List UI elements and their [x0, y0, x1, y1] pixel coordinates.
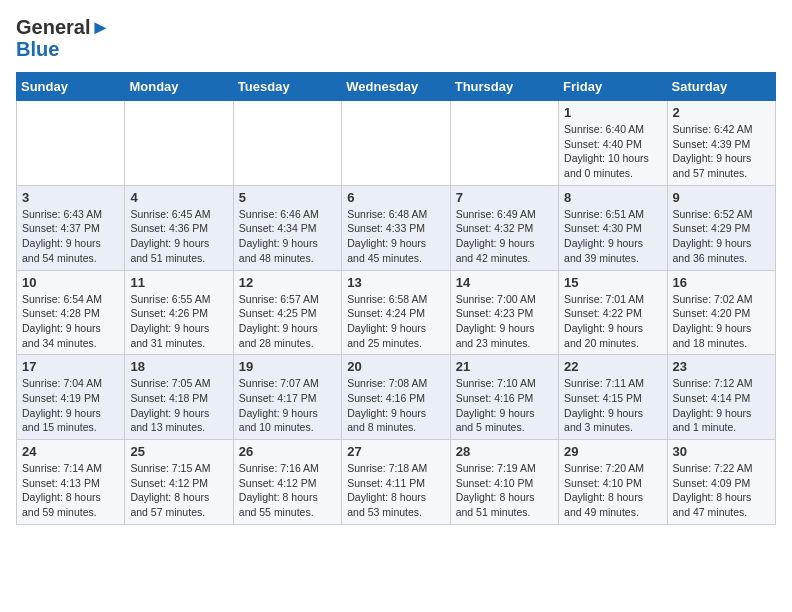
day-info: Sunrise: 6:43 AM Sunset: 4:37 PM Dayligh…	[22, 207, 119, 266]
day-number: 9	[673, 190, 770, 205]
calendar-cell: 7Sunrise: 6:49 AM Sunset: 4:32 PM Daylig…	[450, 185, 558, 270]
day-info: Sunrise: 7:19 AM Sunset: 4:10 PM Dayligh…	[456, 461, 553, 520]
day-number: 30	[673, 444, 770, 459]
day-info: Sunrise: 7:20 AM Sunset: 4:10 PM Dayligh…	[564, 461, 661, 520]
day-info: Sunrise: 7:16 AM Sunset: 4:12 PM Dayligh…	[239, 461, 336, 520]
day-number: 20	[347, 359, 444, 374]
calendar-cell: 18Sunrise: 7:05 AM Sunset: 4:18 PM Dayli…	[125, 355, 233, 440]
day-number: 19	[239, 359, 336, 374]
calendar-cell: 12Sunrise: 6:57 AM Sunset: 4:25 PM Dayli…	[233, 270, 341, 355]
calendar-cell	[233, 101, 341, 186]
day-info: Sunrise: 7:12 AM Sunset: 4:14 PM Dayligh…	[673, 376, 770, 435]
logo-blue: Blue	[16, 38, 110, 60]
calendar-week-2: 3Sunrise: 6:43 AM Sunset: 4:37 PM Daylig…	[17, 185, 776, 270]
day-info: Sunrise: 6:51 AM Sunset: 4:30 PM Dayligh…	[564, 207, 661, 266]
day-info: Sunrise: 7:05 AM Sunset: 4:18 PM Dayligh…	[130, 376, 227, 435]
day-info: Sunrise: 7:11 AM Sunset: 4:15 PM Dayligh…	[564, 376, 661, 435]
day-info: Sunrise: 7:07 AM Sunset: 4:17 PM Dayligh…	[239, 376, 336, 435]
day-number: 28	[456, 444, 553, 459]
day-info: Sunrise: 6:57 AM Sunset: 4:25 PM Dayligh…	[239, 292, 336, 351]
day-number: 18	[130, 359, 227, 374]
calendar-cell	[125, 101, 233, 186]
day-info: Sunrise: 6:58 AM Sunset: 4:24 PM Dayligh…	[347, 292, 444, 351]
day-info: Sunrise: 6:55 AM Sunset: 4:26 PM Dayligh…	[130, 292, 227, 351]
calendar-cell: 5Sunrise: 6:46 AM Sunset: 4:34 PM Daylig…	[233, 185, 341, 270]
day-info: Sunrise: 6:40 AM Sunset: 4:40 PM Dayligh…	[564, 122, 661, 181]
day-header-monday: Monday	[125, 73, 233, 101]
calendar-cell: 8Sunrise: 6:51 AM Sunset: 4:30 PM Daylig…	[559, 185, 667, 270]
day-number: 11	[130, 275, 227, 290]
calendar-cell: 24Sunrise: 7:14 AM Sunset: 4:13 PM Dayli…	[17, 440, 125, 525]
day-info: Sunrise: 7:00 AM Sunset: 4:23 PM Dayligh…	[456, 292, 553, 351]
calendar-cell	[17, 101, 125, 186]
calendar-cell: 14Sunrise: 7:00 AM Sunset: 4:23 PM Dayli…	[450, 270, 558, 355]
day-header-wednesday: Wednesday	[342, 73, 450, 101]
day-number: 27	[347, 444, 444, 459]
calendar-cell: 21Sunrise: 7:10 AM Sunset: 4:16 PM Dayli…	[450, 355, 558, 440]
calendar-cell: 17Sunrise: 7:04 AM Sunset: 4:19 PM Dayli…	[17, 355, 125, 440]
day-number: 4	[130, 190, 227, 205]
day-info: Sunrise: 6:42 AM Sunset: 4:39 PM Dayligh…	[673, 122, 770, 181]
day-number: 1	[564, 105, 661, 120]
calendar-cell: 19Sunrise: 7:07 AM Sunset: 4:17 PM Dayli…	[233, 355, 341, 440]
day-info: Sunrise: 6:49 AM Sunset: 4:32 PM Dayligh…	[456, 207, 553, 266]
calendar-cell: 2Sunrise: 6:42 AM Sunset: 4:39 PM Daylig…	[667, 101, 775, 186]
calendar-cell	[342, 101, 450, 186]
day-number: 10	[22, 275, 119, 290]
day-number: 16	[673, 275, 770, 290]
day-info: Sunrise: 6:46 AM Sunset: 4:34 PM Dayligh…	[239, 207, 336, 266]
day-info: Sunrise: 7:22 AM Sunset: 4:09 PM Dayligh…	[673, 461, 770, 520]
day-number: 21	[456, 359, 553, 374]
day-info: Sunrise: 6:52 AM Sunset: 4:29 PM Dayligh…	[673, 207, 770, 266]
calendar-cell: 28Sunrise: 7:19 AM Sunset: 4:10 PM Dayli…	[450, 440, 558, 525]
day-number: 29	[564, 444, 661, 459]
calendar-cell: 4Sunrise: 6:45 AM Sunset: 4:36 PM Daylig…	[125, 185, 233, 270]
calendar-cell: 16Sunrise: 7:02 AM Sunset: 4:20 PM Dayli…	[667, 270, 775, 355]
day-number: 5	[239, 190, 336, 205]
day-info: Sunrise: 6:48 AM Sunset: 4:33 PM Dayligh…	[347, 207, 444, 266]
day-number: 17	[22, 359, 119, 374]
day-header-tuesday: Tuesday	[233, 73, 341, 101]
day-number: 3	[22, 190, 119, 205]
logo: General► Blue	[16, 16, 110, 60]
day-header-sunday: Sunday	[17, 73, 125, 101]
calendar-table: SundayMondayTuesdayWednesdayThursdayFrid…	[16, 72, 776, 525]
day-info: Sunrise: 6:45 AM Sunset: 4:36 PM Dayligh…	[130, 207, 227, 266]
day-number: 7	[456, 190, 553, 205]
calendar-cell: 30Sunrise: 7:22 AM Sunset: 4:09 PM Dayli…	[667, 440, 775, 525]
calendar-header-row: SundayMondayTuesdayWednesdayThursdayFrid…	[17, 73, 776, 101]
calendar-cell: 1Sunrise: 6:40 AM Sunset: 4:40 PM Daylig…	[559, 101, 667, 186]
day-number: 8	[564, 190, 661, 205]
calendar-cell: 23Sunrise: 7:12 AM Sunset: 4:14 PM Dayli…	[667, 355, 775, 440]
calendar-cell: 22Sunrise: 7:11 AM Sunset: 4:15 PM Dayli…	[559, 355, 667, 440]
day-number: 13	[347, 275, 444, 290]
day-info: Sunrise: 7:08 AM Sunset: 4:16 PM Dayligh…	[347, 376, 444, 435]
day-header-thursday: Thursday	[450, 73, 558, 101]
day-number: 14	[456, 275, 553, 290]
day-info: Sunrise: 7:02 AM Sunset: 4:20 PM Dayligh…	[673, 292, 770, 351]
calendar-cell: 10Sunrise: 6:54 AM Sunset: 4:28 PM Dayli…	[17, 270, 125, 355]
calendar-cell	[450, 101, 558, 186]
calendar-cell: 15Sunrise: 7:01 AM Sunset: 4:22 PM Dayli…	[559, 270, 667, 355]
day-header-friday: Friday	[559, 73, 667, 101]
calendar-cell: 3Sunrise: 6:43 AM Sunset: 4:37 PM Daylig…	[17, 185, 125, 270]
day-info: Sunrise: 7:18 AM Sunset: 4:11 PM Dayligh…	[347, 461, 444, 520]
day-number: 15	[564, 275, 661, 290]
calendar-cell: 11Sunrise: 6:55 AM Sunset: 4:26 PM Dayli…	[125, 270, 233, 355]
calendar-cell: 29Sunrise: 7:20 AM Sunset: 4:10 PM Dayli…	[559, 440, 667, 525]
page-header: General► Blue	[16, 16, 776, 60]
day-header-saturday: Saturday	[667, 73, 775, 101]
calendar-cell: 13Sunrise: 6:58 AM Sunset: 4:24 PM Dayli…	[342, 270, 450, 355]
day-info: Sunrise: 7:15 AM Sunset: 4:12 PM Dayligh…	[130, 461, 227, 520]
day-info: Sunrise: 7:01 AM Sunset: 4:22 PM Dayligh…	[564, 292, 661, 351]
day-number: 23	[673, 359, 770, 374]
calendar-cell: 20Sunrise: 7:08 AM Sunset: 4:16 PM Dayli…	[342, 355, 450, 440]
day-number: 26	[239, 444, 336, 459]
day-info: Sunrise: 6:54 AM Sunset: 4:28 PM Dayligh…	[22, 292, 119, 351]
calendar-cell: 9Sunrise: 6:52 AM Sunset: 4:29 PM Daylig…	[667, 185, 775, 270]
day-number: 22	[564, 359, 661, 374]
calendar-week-4: 17Sunrise: 7:04 AM Sunset: 4:19 PM Dayli…	[17, 355, 776, 440]
calendar-week-1: 1Sunrise: 6:40 AM Sunset: 4:40 PM Daylig…	[17, 101, 776, 186]
day-info: Sunrise: 7:14 AM Sunset: 4:13 PM Dayligh…	[22, 461, 119, 520]
calendar-cell: 26Sunrise: 7:16 AM Sunset: 4:12 PM Dayli…	[233, 440, 341, 525]
